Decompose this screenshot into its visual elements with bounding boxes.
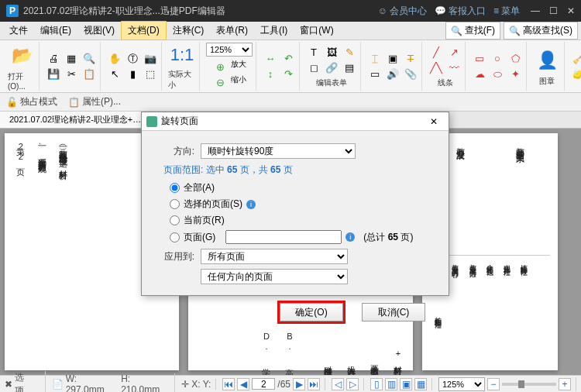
facing-icon[interactable]: ▣ (400, 378, 412, 390)
properties[interactable]: 📋 属性(P)... (68, 95, 121, 108)
text-crop-icon[interactable]: ⌶ (367, 51, 383, 67)
next-page-icon[interactable]: ▶ (293, 378, 305, 390)
shape-icon[interactable]: ◻ (306, 60, 321, 76)
pointer-icon[interactable]: ↖ (107, 67, 122, 82)
sound-icon[interactable]: 🔊 (385, 67, 401, 82)
text-icon[interactable]: T (306, 45, 321, 60)
circle-icon[interactable]: ○ (490, 51, 505, 67)
titlebar: P 2021.07.02理论精讲2-职业理念...迅捷PDF编辑器 ☺ 会员中心… (0, 0, 581, 22)
realsize-icon[interactable]: 1:1 (168, 42, 196, 67)
rotate-left-icon[interactable]: ↶ (280, 51, 296, 67)
menu-edit[interactable]: 编辑(E) (34, 22, 77, 40)
cut-icon[interactable]: ✂ (64, 67, 79, 82)
hand-icon[interactable]: ✋ (107, 51, 122, 67)
prev-page-icon[interactable]: ◀ (237, 378, 249, 390)
zoom-select[interactable]: 125% (206, 43, 253, 57)
rect-icon[interactable]: ▭ (472, 51, 487, 67)
note-icon[interactable]: ▭ (367, 67, 383, 82)
search-icon[interactable]: 🔍 (81, 51, 97, 67)
maximize-icon[interactable]: ☐ (549, 5, 558, 16)
dialog-close-icon[interactable]: ✕ (424, 115, 444, 129)
curve-icon[interactable]: 〰 (446, 60, 462, 76)
text-select-icon[interactable]: Ⓣ (125, 51, 140, 67)
last-page-icon[interactable]: ⏭ (308, 378, 320, 390)
page-size: 📄 W: 297.0mmH: 210.0mm (52, 373, 176, 393)
pencil-icon[interactable]: ✎ (342, 45, 357, 60)
close-panel-icon[interactable]: ✖ (5, 379, 12, 390)
zoom-slider[interactable] (502, 383, 556, 386)
attach-icon[interactable]: 📎 (403, 67, 418, 82)
menu-window[interactable]: 窗口(W) (294, 22, 339, 40)
star-icon[interactable]: ✦ (507, 67, 523, 82)
rotate-right-icon[interactable]: ↷ (280, 67, 296, 82)
zoomout-icon[interactable]: ⊖ (213, 74, 229, 90)
eraser2-icon[interactable]: 🧽 (571, 67, 581, 82)
status-zoomout-icon[interactable]: − (487, 378, 500, 390)
link-icon[interactable]: 🔗 (324, 60, 339, 76)
fitheight-icon[interactable]: ↕ (263, 67, 278, 82)
cancel-button[interactable]: 取消(C) (362, 303, 425, 322)
book-icon[interactable]: ▦ (414, 378, 427, 390)
save-icon[interactable]: 💾 (46, 67, 61, 82)
open-icon[interactable]: 📂 (8, 42, 36, 70)
image-icon[interactable]: 🖼 (324, 45, 339, 60)
minimize-icon[interactable]: — (531, 5, 540, 16)
arrow-icon[interactable]: ↗ (446, 45, 462, 60)
close-icon[interactable]: ✕ (567, 5, 575, 16)
cloud-icon[interactable]: ☁ (472, 67, 487, 82)
options-link[interactable]: 选项... (15, 371, 40, 393)
paste-icon[interactable]: 📋 (81, 67, 97, 82)
highlight-icon[interactable]: ▮ (125, 67, 140, 82)
radio-pages[interactable]: 页面(G) i (总计 65 页) (170, 230, 435, 244)
status-zoom-select[interactable]: 125% (438, 377, 485, 391)
select-icon[interactable]: ⬚ (143, 67, 158, 82)
document-tab[interactable]: 2021.07.02理论精讲2-职业理念+职业道德 (0, 112, 155, 128)
forward-icon[interactable]: ▷ (346, 378, 359, 390)
apply-label: 应用到: (156, 250, 194, 263)
radio-current[interactable]: 当前页(R) (170, 214, 435, 227)
eraser-icon[interactable]: 🧹 (571, 51, 581, 67)
menu-tool[interactable]: 工具(I) (254, 22, 294, 40)
polyline-icon[interactable]: ╱╲ (428, 60, 444, 76)
stamp-icon[interactable]: ▣ (385, 51, 401, 67)
adv-find-button[interactable]: 🔍高级查找(S) (504, 22, 578, 40)
radio-all[interactable]: 全部(A) (170, 181, 435, 194)
status-zoomin-icon[interactable]: + (559, 378, 571, 390)
line-icon[interactable]: ╱ (428, 45, 444, 60)
back-icon[interactable]: ◁ (332, 378, 344, 390)
ellipse-icon[interactable]: ⬭ (490, 67, 505, 82)
form-icon[interactable]: ▤ (342, 60, 357, 76)
menu-form[interactable]: 表单(R) (210, 22, 254, 40)
menu-view[interactable]: 视图(V) (77, 22, 121, 40)
apply-select-2[interactable]: 任何方向的页面 (201, 269, 348, 284)
rotate-dialog: 旋转页面 ✕ 方向: 顺时针旋转90度 页面范围: 选中 65 页，共 65 页… (141, 112, 449, 296)
stamp-big-icon[interactable]: 👤 (533, 46, 561, 74)
snapshot-icon[interactable]: 📷 (143, 51, 158, 67)
page-input[interactable] (252, 378, 275, 390)
radio-selected[interactable]: 选择的页面(S)i (170, 198, 435, 211)
direction-select[interactable]: 顺时针旋转90度 (201, 143, 356, 159)
fitwidth-icon[interactable]: ↔ (263, 51, 278, 67)
poly-icon[interactable]: ⬠ (507, 51, 523, 67)
single-page-icon[interactable]: ▯ (370, 378, 383, 390)
first-page-icon[interactable]: ⏮ (222, 378, 235, 390)
strike-icon[interactable]: T̶ (403, 51, 418, 67)
info-icon[interactable]: i (346, 232, 355, 242)
continuous-icon[interactable]: ▥ (385, 378, 397, 390)
info-icon[interactable]: i (246, 200, 256, 209)
report-link[interactable]: 💬 客报入口 (435, 5, 486, 18)
ok-button[interactable]: 确定(O) (280, 303, 343, 322)
member-link[interactable]: ☺ 会员中心 (378, 5, 427, 18)
zoomin-icon[interactable]: ⊕ (213, 59, 229, 74)
apply-select-1[interactable]: 所有页面 (201, 249, 348, 264)
pages-input[interactable] (225, 230, 342, 244)
print-icon[interactable]: 🖨 (46, 51, 61, 67)
menu-document[interactable]: 文档(D) (121, 21, 167, 40)
standalone-mode[interactable]: 🔓 独占模式 (6, 95, 57, 108)
main-menu[interactable]: ≡ 菜单 (493, 5, 520, 18)
window-title: 2021.07.02理论精讲2-职业理念...迅捷PDF编辑器 (23, 5, 378, 18)
menu-file[interactable]: 文件 (3, 22, 34, 40)
grid-icon[interactable]: ▦ (64, 51, 79, 67)
menu-comment[interactable]: 注释(C) (167, 22, 211, 40)
find-button[interactable]: 🔍查找(F) (445, 22, 500, 40)
